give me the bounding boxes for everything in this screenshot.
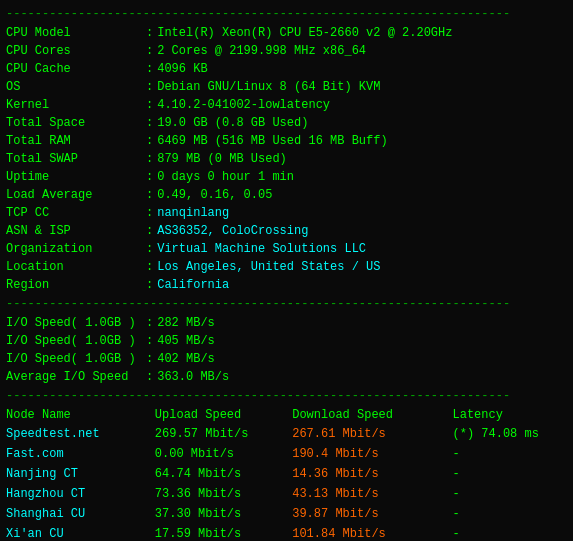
info-colon: : (146, 114, 153, 132)
speed-latency: (*) 74.08 ms (452, 424, 567, 444)
sysinfo-row: ASN & ISP : AS36352, ColoCrossing (6, 222, 567, 240)
sysinfo-row: Total RAM : 6469 MB (516 MB Used 16 MB B… (6, 132, 567, 150)
speed-node-name: Shanghai CU (6, 504, 155, 524)
mid-divider2: ----------------------------------------… (6, 389, 567, 403)
speed-table-row: Speedtest.net 269.57 Mbit/s 267.61 Mbit/… (6, 424, 567, 444)
speed-download: 190.4 Mbit/s (292, 444, 452, 464)
sysinfo-row: Total SWAP : 879 MB (0 MB Used) (6, 150, 567, 168)
info-value: 2 Cores @ 2199.998 MHz x86_64 (157, 42, 366, 60)
info-colon: : (146, 42, 153, 60)
iospeed-row: I/O Speed( 1.0GB ) : 402 MB/s (6, 350, 567, 368)
iospeed-row: I/O Speed( 1.0GB ) : 282 MB/s (6, 314, 567, 332)
sysinfo-row: Region : California (6, 276, 567, 294)
info-colon: : (146, 150, 153, 168)
col-header-latency: Latency (452, 406, 567, 424)
speed-latency: - (452, 524, 567, 541)
speed-node-name: Hangzhou CT (6, 484, 155, 504)
iospeed-section: I/O Speed( 1.0GB ) : 282 MB/s I/O Speed(… (6, 314, 567, 403)
info-label: TCP CC (6, 204, 146, 222)
info-colon: : (146, 24, 153, 42)
speed-table-row: Fast.com 0.00 Mbit/s 190.4 Mbit/s - (6, 444, 567, 464)
info-colon: : (146, 222, 153, 240)
col-header-name: Node Name (6, 406, 155, 424)
info-label: OS (6, 78, 146, 96)
sysinfo-row: Kernel : 4.10.2-041002-lowlatency (6, 96, 567, 114)
info-label: CPU Cores (6, 42, 146, 60)
info-value: 879 MB (0 MB Used) (157, 150, 287, 168)
info-label: CPU Model (6, 24, 146, 42)
info-label: CPU Cache (6, 60, 146, 78)
speed-node-name: Xi'an CU (6, 524, 155, 541)
info-value: 4.10.2-041002-lowlatency (157, 96, 330, 114)
info-value: Debian GNU/Linux 8 (64 Bit) KVM (157, 78, 380, 96)
info-label: Total RAM (6, 132, 146, 150)
info-label: Kernel (6, 96, 146, 114)
iospeed-row: Average I/O Speed : 363.0 MB/s (6, 368, 567, 386)
info-value: 6469 MB (516 MB Used 16 MB Buff) (157, 132, 387, 150)
info-value: 0.49, 0.16, 0.05 (157, 186, 272, 204)
info-colon: : (146, 204, 153, 222)
io-label: I/O Speed( 1.0GB ) (6, 332, 146, 350)
info-colon: : (146, 96, 153, 114)
info-value: Intel(R) Xeon(R) CPU E5-2660 v2 @ 2.20GH… (157, 24, 452, 42)
speed-upload: 37.30 Mbit/s (155, 504, 292, 524)
speed-download: 43.13 Mbit/s (292, 484, 452, 504)
speed-node-name: Fast.com (6, 444, 155, 464)
info-colon: : (146, 258, 153, 276)
io-colon: : (146, 350, 153, 368)
col-header-download: Download Speed (292, 406, 452, 424)
io-label: Average I/O Speed (6, 368, 146, 386)
speed-upload: 17.59 Mbit/s (155, 524, 292, 541)
info-label: Organization (6, 240, 146, 258)
info-value: Virtual Machine Solutions LLC (157, 240, 366, 258)
speed-node-name: Nanjing CT (6, 464, 155, 484)
speed-latency: - (452, 444, 567, 464)
sysinfo-row: Location : Los Angeles, United States / … (6, 258, 567, 276)
info-colon: : (146, 132, 153, 150)
top-divider: ----------------------------------------… (6, 7, 567, 21)
info-value: 19.0 GB (0.8 GB Used) (157, 114, 308, 132)
info-colon: : (146, 240, 153, 258)
io-value: 363.0 MB/s (157, 368, 229, 386)
io-colon: : (146, 332, 153, 350)
io-colon: : (146, 368, 153, 386)
info-label: Uptime (6, 168, 146, 186)
io-label: I/O Speed( 1.0GB ) (6, 350, 146, 368)
io-value: 405 MB/s (157, 332, 215, 350)
speed-latency: - (452, 464, 567, 484)
io-colon: : (146, 314, 153, 332)
speed-upload: 269.57 Mbit/s (155, 424, 292, 444)
info-label: Location (6, 258, 146, 276)
info-colon: : (146, 78, 153, 96)
speed-upload: 64.74 Mbit/s (155, 464, 292, 484)
info-colon: : (146, 276, 153, 294)
speed-upload: 73.36 Mbit/s (155, 484, 292, 504)
speed-table-row: Nanjing CT 64.74 Mbit/s 14.36 Mbit/s - (6, 464, 567, 484)
io-label: I/O Speed( 1.0GB ) (6, 314, 146, 332)
info-label: Load Average (6, 186, 146, 204)
info-label: Total Space (6, 114, 146, 132)
io-value: 282 MB/s (157, 314, 215, 332)
col-header-upload: Upload Speed (155, 406, 292, 424)
sysinfo-row: Uptime : 0 days 0 hour 1 min (6, 168, 567, 186)
sysinfo-row: Total Space : 19.0 GB (0.8 GB Used) (6, 114, 567, 132)
info-value: Los Angeles, United States / US (157, 258, 380, 276)
speed-table-row: Xi'an CU 17.59 Mbit/s 101.84 Mbit/s - (6, 524, 567, 541)
info-colon: : (146, 168, 153, 186)
info-colon: : (146, 60, 153, 78)
info-label: ASN & ISP (6, 222, 146, 240)
speed-upload: 0.00 Mbit/s (155, 444, 292, 464)
sysinfo-row: CPU Model : Intel(R) Xeon(R) CPU E5-2660… (6, 24, 567, 42)
info-value: AS36352, ColoCrossing (157, 222, 308, 240)
speed-download: 267.61 Mbit/s (292, 424, 452, 444)
sysinfo-row: Organization : Virtual Machine Solutions… (6, 240, 567, 258)
sysinfo-row: Load Average : 0.49, 0.16, 0.05 (6, 186, 567, 204)
speed-table-header: Node Name Upload Speed Download Speed La… (6, 406, 567, 424)
speed-latency: - (452, 504, 567, 524)
speed-table-row: Shanghai CU 37.30 Mbit/s 39.87 Mbit/s - (6, 504, 567, 524)
info-value: California (157, 276, 229, 294)
info-label: Region (6, 276, 146, 294)
speedtest-section: Node Name Upload Speed Download Speed La… (6, 406, 567, 541)
sysinfo-row: TCP CC : nanqinlang (6, 204, 567, 222)
speed-download: 14.36 Mbit/s (292, 464, 452, 484)
